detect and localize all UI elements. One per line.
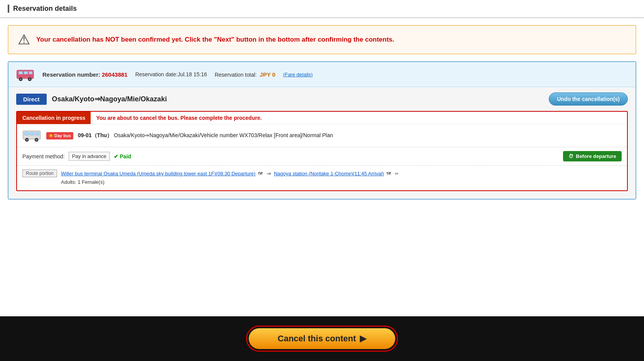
sun-icon: ☀ <box>49 133 53 139</box>
reservation-info: Reservation number: 26043881 Reservation… <box>42 71 313 78</box>
service-bus-icon <box>22 129 42 142</box>
cancel-button-wrapper: Cancel this content ▶ <box>246 326 398 352</box>
warning-message: Your cancellation has NOT been confirmed… <box>36 36 394 44</box>
edit-icon[interactable]: ✏ <box>395 171 399 176</box>
direct-badge: Direct <box>16 94 47 105</box>
passengers-info: Adults: 1 Female(s) <box>61 179 105 185</box>
route-portion-row: Route portion Willer bus terminal Osaka … <box>17 166 627 190</box>
service-description: 09-01（Thu） Osaka/Kyoto⇒Nagoya/Mie/Okazak… <box>78 132 333 139</box>
bus-icon <box>16 67 35 81</box>
route-portion-content: Willer bus terminal Osaka Umeda (Umeda s… <box>61 170 399 186</box>
route-name: Osaka/Kyoto⇒Nagoya/Mie/Okazaki <box>52 95 167 103</box>
svg-point-5 <box>20 78 22 80</box>
svg-point-14 <box>26 139 28 141</box>
svg-point-7 <box>29 78 30 80</box>
before-departure-button[interactable]: ⏱ Before departure <box>563 151 622 161</box>
arrival-link[interactable]: Nagoya station (Noritake 1-Chome)(11:45 … <box>274 171 384 176</box>
svg-rect-12 <box>36 133 39 135</box>
cancellation-box: Cancellation in progress You are about t… <box>16 111 628 191</box>
route-section: Direct Osaka/Kyoto⇒Nagoya/Mie/Okazaki Un… <box>8 87 636 199</box>
cancellation-status-label: Cancellation in progress <box>17 112 91 124</box>
svg-rect-11 <box>30 133 35 135</box>
reservation-number-label: Reservation number: 26043881 <box>42 71 128 78</box>
departure-map-icon[interactable]: 🗺 <box>258 171 263 176</box>
clock-icon: ⏱ <box>568 153 573 159</box>
service-row: ☀ Day bus 09-01（Thu） Osaka/Kyoto⇒Nagoya/… <box>17 124 627 147</box>
undo-cancellation-button[interactable]: Undo the cancellation(s) <box>549 92 628 106</box>
departure-link[interactable]: Willer bus terminal Osaka Umeda (Umeda s… <box>61 171 255 176</box>
arrival-map-icon[interactable]: 🗺 <box>386 171 391 176</box>
warning-banner: ⚠ Your cancellation has NOT been confirm… <box>8 25 636 54</box>
reservation-header: Reservation number: 26043881 Reservation… <box>8 62 636 87</box>
fare-details-link[interactable]: (Fare details) <box>283 72 313 77</box>
payment-method: Pay in advance <box>69 152 110 161</box>
payment-label: Payment method: <box>22 153 65 160</box>
route-header-row: Direct Osaka/Kyoto⇒Nagoya/Mie/Okazaki Un… <box>16 92 628 106</box>
payment-row: Payment method: Pay in advance ✔ Paid ⏱ … <box>17 147 627 166</box>
svg-rect-10 <box>24 133 29 135</box>
bottom-bar: Cancel this content ▶ <box>0 316 644 361</box>
cancel-content-button[interactable]: Cancel this content ▶ <box>249 328 395 349</box>
route-label-row: Direct Osaka/Kyoto⇒Nagoya/Mie/Okazaki <box>16 94 167 105</box>
warning-icon: ⚠ <box>18 33 30 47</box>
svg-rect-2 <box>24 72 28 74</box>
page-title: Reservation details <box>8 5 636 13</box>
reservation-card: Reservation number: 26043881 Reservation… <box>8 61 636 200</box>
cancellation-top-row: Cancellation in progress You are about t… <box>17 112 627 124</box>
reservation-date: Reservation date:Jul.18 15:16 <box>135 71 207 77</box>
day-bus-badge: ☀ Day bus <box>46 132 73 139</box>
reservation-total: Reservation total: JPY 0 <box>215 71 275 78</box>
svg-point-16 <box>36 139 37 141</box>
cancellation-message: You are about to cancel the bus. Please … <box>91 112 267 124</box>
route-portion-label: Route portion <box>22 170 57 177</box>
paid-status: ✔ Paid <box>114 153 131 160</box>
svg-rect-8 <box>17 76 34 77</box>
svg-rect-3 <box>29 72 32 74</box>
payment-left: Payment method: Pay in advance ✔ Paid <box>22 152 131 161</box>
svg-rect-1 <box>19 72 23 74</box>
page-header: Reservation details <box>0 0 644 18</box>
